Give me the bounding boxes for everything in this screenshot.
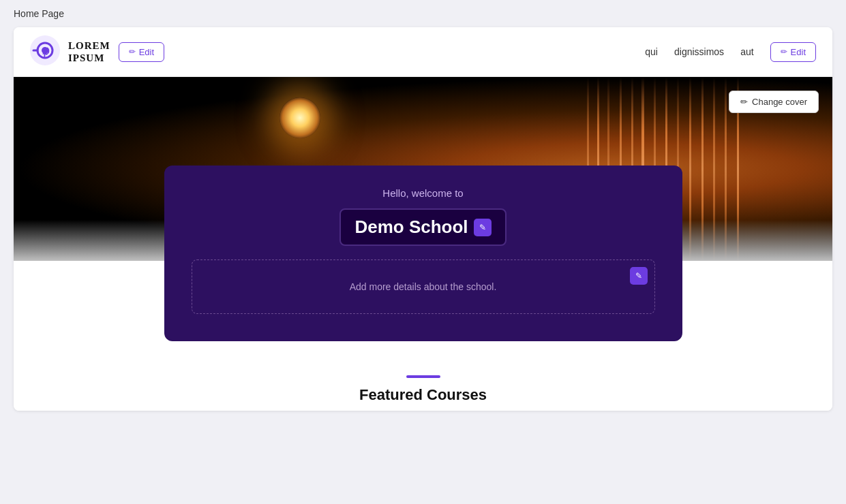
navbar-left: 𝔭 LOREM IPSUM ✏ Edit [30,35,164,68]
school-name-wrapper: Demo School ✎ [192,208,655,246]
navbar-edit-label-right: Edit [791,47,806,57]
navbar-edit-button-left[interactable]: ✏ Edit [119,42,164,62]
navbar-right: qui dignissimos aut ✏ Edit [645,42,816,62]
logo: 𝔭 [30,35,60,68]
school-name: Demo School [354,217,468,238]
details-pencil-icon: ✎ [635,271,642,281]
featured-section: Featured Courses [14,355,832,411]
featured-title: Featured Courses [27,386,819,404]
pencil-icon-right: ✏ [781,47,787,57]
page-wrapper: Home Page 𝔭 LOREM [0,0,846,504]
welcome-greeting: Hello, welcome to [192,187,655,199]
pencil-change-cover-icon: ✏ [740,97,748,107]
logo-text: LOREM IPSUM [68,40,110,64]
breadcrumb: Home Page [0,0,846,27]
school-name-edit-button[interactable]: ✎ [474,219,492,236]
change-cover-button[interactable]: ✏ Change cover [729,91,819,113]
pencil-icon-left: ✏ [129,47,136,57]
school-name-pencil-icon: ✎ [479,223,486,232]
school-name-box: Demo School ✎ [339,208,506,246]
page-container: 𝔭 LOREM IPSUM ✏ Edit qui [14,27,832,411]
navbar-edit-button-right[interactable]: ✏ Edit [770,42,816,62]
welcome-section: Hello, welcome to Demo School ✎ Add more… [164,166,682,341]
navbar-edit-label-left: Edit [139,47,154,57]
details-placeholder-text: Add more details about the school. [350,281,497,292]
svg-point-3 [42,47,48,54]
details-box: Add more details about the school. ✎ [192,259,655,314]
navbar: 𝔭 LOREM IPSUM ✏ Edit qui [14,27,832,77]
welcome-outer: Hello, welcome to Demo School ✎ Add more… [14,220,832,355]
light-source-decoration [280,97,320,138]
details-edit-button[interactable]: ✎ [630,267,648,285]
change-cover-label: Change cover [752,97,807,107]
nav-link-dignissimos[interactable]: dignissimos [674,46,724,57]
featured-divider [406,375,440,378]
nav-link-aut[interactable]: aut [740,46,753,57]
breadcrumb-label: Home Page [14,8,64,19]
nav-link-qui[interactable]: qui [645,46,658,57]
